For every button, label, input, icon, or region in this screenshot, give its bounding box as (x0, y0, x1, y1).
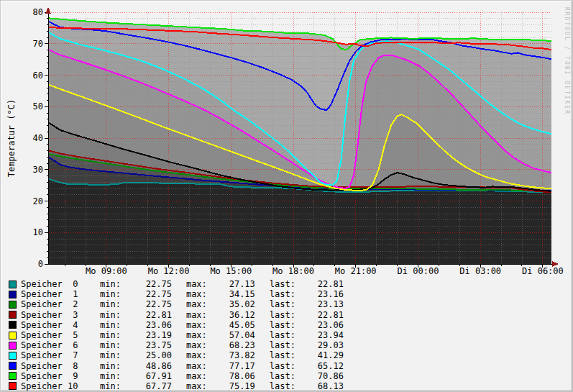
legend-max-value: 77.17 (207, 361, 255, 371)
y-tick-label: 60 (33, 70, 43, 81)
legend-row: Speicher 9min:67.91max:78.06last:70.86 (9, 371, 344, 381)
legend-max-label: max: (186, 320, 207, 330)
rrdtool-watermark: RRDTOOL / TOBI OETIKER (564, 7, 570, 115)
legend-last-value: 23.16 (295, 289, 344, 299)
legend-last-label: last: (270, 289, 295, 299)
legend-series-name: Speicher 1 (21, 289, 100, 299)
x-tick-label: Di 03:00 (459, 266, 501, 276)
legend-last-label: last: (270, 320, 295, 330)
rrdtool-temperature-graph: Temperatur (°C) 01020304050607080Mo 09:0… (0, 0, 573, 392)
legend-last-value: 68.13 (295, 381, 344, 391)
legend-row: Speicher 6min:23.75max:68.23last:29.03 (9, 340, 344, 350)
legend-row: Speicher 8min:48.86max:77.17last:65.12 (9, 361, 344, 371)
legend-last-label: last: (270, 310, 295, 320)
x-tick-label: Mo 18:00 (272, 266, 314, 276)
legend-last-value: 22.81 (295, 279, 344, 289)
y-tick-label: 10 (33, 227, 43, 237)
y-tick-label: 70 (33, 39, 43, 49)
legend-swatch (9, 372, 17, 380)
legend-max-label: max: (186, 371, 207, 381)
legend-min-label: min: (100, 350, 121, 360)
legend-series-name: Speicher 10 (21, 381, 100, 391)
legend-series-name: Speicher 8 (21, 361, 100, 371)
legend-swatch (9, 291, 17, 298)
legend-last-label: last: (270, 299, 295, 309)
legend-swatch (9, 281, 17, 288)
legend-last-value: 22.81 (295, 310, 344, 320)
y-tick-label: 80 (33, 7, 43, 17)
y-tick-label: 40 (33, 133, 43, 143)
legend-last-value: 41.29 (295, 350, 344, 360)
legend-swatch (9, 311, 17, 319)
y-tick-label: 20 (33, 196, 43, 206)
legend-swatch (9, 362, 17, 370)
legend-last-value: 29.03 (295, 340, 344, 350)
legend-min-value: 22.75 (121, 289, 172, 299)
legend-series-name: Speicher 5 (21, 330, 100, 340)
legend-max-label: max: (186, 381, 207, 391)
legend-min-label: min: (100, 279, 121, 289)
legend-max-value: 73.82 (207, 350, 255, 360)
legend-min-value: 48.86 (121, 361, 172, 371)
legend-max-value: 35.02 (207, 299, 255, 309)
legend-min-label: min: (100, 371, 121, 381)
legend-row: Speicher 3min:22.81max:36.12last:22.81 (9, 310, 344, 320)
legend-max-value: 75.19 (207, 381, 255, 391)
legend-min-value: 25.00 (121, 350, 172, 360)
legend-last-value: 23.94 (295, 330, 344, 340)
legend-min-label: min: (100, 361, 121, 371)
legend-series-name: Speicher 7 (21, 350, 100, 360)
legend-row: Speicher 1min:22.75max:34.15last:23.16 (9, 289, 344, 299)
legend-last-label: last: (270, 361, 295, 371)
legend-max-label: max: (186, 279, 207, 289)
legend-last-label: last: (270, 330, 295, 340)
legend-last-label: last: (270, 350, 295, 360)
legend-last-value: 23.06 (295, 320, 344, 330)
legend-max-label: max: (186, 361, 207, 371)
legend-series-name: Speicher 4 (21, 320, 100, 330)
legend-max-label: max: (186, 310, 207, 320)
legend-series-name: Speicher 6 (21, 340, 100, 350)
legend-min-value: 22.75 (121, 279, 172, 289)
legend-min-label: min: (100, 320, 121, 330)
legend-swatch (9, 332, 17, 339)
legend-row: Speicher 7min:25.00max:73.82last:41.29 (9, 350, 344, 360)
legend-row: Speicher 0min:22.75max:27.13last:22.81 (9, 279, 344, 289)
legend-max-value: 78.06 (207, 371, 255, 381)
legend-min-value: 22.81 (121, 310, 172, 320)
legend-row: Speicher 10min:67.77max:75.19last:68.13 (9, 381, 344, 391)
legend-min-label: min: (100, 330, 121, 340)
x-tick-label: Mo 21:00 (335, 266, 377, 276)
x-tick-label: Di 00:00 (398, 266, 439, 276)
legend-min-value: 22.75 (121, 299, 172, 309)
legend-min-label: min: (100, 299, 121, 309)
plot-area: 01020304050607080Mo 09:00Mo 12:00Mo 15:0… (1, 1, 573, 278)
legend-max-value: 57.04 (207, 330, 255, 340)
legend-row: Speicher 2min:22.75max:35.02last:23.13 (9, 299, 344, 309)
legend-max-label: max: (186, 299, 207, 309)
legend-max-label: max: (186, 289, 207, 299)
y-tick-label: 0 (38, 259, 43, 269)
legend-series-name: Speicher 0 (21, 279, 100, 289)
legend-series-name: Speicher 9 (21, 371, 100, 381)
legend-min-value: 23.06 (121, 320, 172, 330)
legend-max-value: 27.13 (207, 279, 255, 289)
legend-min-label: min: (100, 340, 121, 350)
legend-last-value: 65.12 (295, 361, 344, 371)
legend-min-label: min: (100, 381, 121, 391)
legend-min-value: 23.75 (121, 340, 172, 350)
legend-swatch (9, 352, 17, 360)
legend-min-value: 23.19 (121, 330, 172, 340)
legend-swatch (9, 342, 17, 350)
legend-series-name: Speicher 2 (21, 299, 100, 309)
legend-last-value: 23.13 (295, 299, 344, 309)
legend-min-label: min: (100, 289, 121, 299)
legend-min-label: min: (100, 310, 121, 320)
x-tick-label: Mo 09:00 (86, 266, 127, 276)
legend-series-name: Speicher 3 (21, 310, 100, 320)
legend-row: Speicher 4min:23.06max:45.05last:23.06 (9, 320, 344, 330)
x-tick-label: Mo 12:00 (148, 266, 190, 276)
y-axis-arrow-icon (45, 7, 51, 14)
legend-max-value: 68.23 (207, 340, 255, 350)
legend: Speicher 0min:22.75max:27.13last:22.81Sp… (9, 279, 344, 391)
